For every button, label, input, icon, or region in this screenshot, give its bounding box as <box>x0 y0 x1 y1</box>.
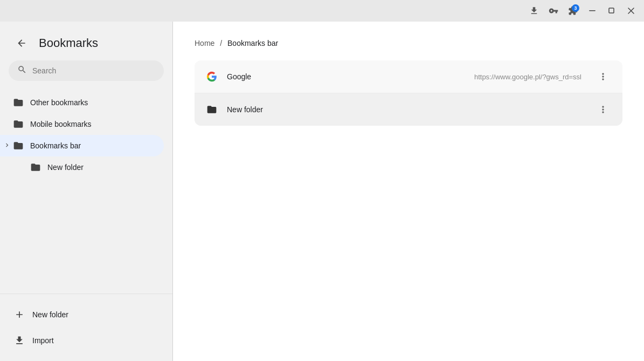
search-bar[interactable] <box>9 60 164 81</box>
key-icon[interactable] <box>545 2 562 19</box>
download-icon[interactable] <box>525 2 543 19</box>
extensions-icon[interactable]: 3 <box>564 2 581 19</box>
sidebar-item-new-folder-child-label: New folder <box>47 163 84 172</box>
breadcrumb-separator: / <box>220 39 222 47</box>
add-icon <box>13 308 26 321</box>
svg-rect-0 <box>589 10 595 11</box>
new-folder-more-button[interactable] <box>594 101 612 118</box>
sidebar-title: Bookmarks <box>39 36 98 50</box>
bookmark-item-google[interactable]: Google https://www.google.pl/?gws_rd=ssl <box>195 60 622 93</box>
sidebar-header: Bookmarks <box>0 22 172 60</box>
minimize-button[interactable] <box>584 2 601 19</box>
sidebar-item-mobile-bookmarks-label: Mobile bookmarks <box>30 120 92 128</box>
sidebar-item-mobile-bookmarks[interactable]: Mobile bookmarks <box>0 113 164 135</box>
main-layout: Bookmarks Other bookmarks Mobile bookmar… <box>0 22 644 361</box>
sidebar-item-other-bookmarks-label: Other bookmarks <box>30 98 88 107</box>
google-favicon <box>205 70 218 83</box>
breadcrumb-current: Bookmarks bar <box>227 39 278 47</box>
new-folder-favicon <box>205 103 218 116</box>
google-url: https://www.google.pl/?gws_rd=ssl <box>474 73 581 81</box>
google-more-button[interactable] <box>594 68 612 85</box>
bookmark-item-new-folder[interactable]: New folder <box>195 93 622 126</box>
restore-button[interactable] <box>603 2 620 19</box>
content-panel: Home / Bookmarks bar Google https://www.… <box>173 22 644 361</box>
import-button[interactable]: Import <box>9 329 164 352</box>
google-label: Google <box>227 72 466 81</box>
extensions-badge: 3 <box>572 4 579 12</box>
sidebar-items: Other bookmarks Mobile bookmarks Bookmar… <box>0 90 172 294</box>
sidebar-item-new-folder-child[interactable]: New folder <box>0 156 164 178</box>
new-folder-button[interactable]: New folder <box>9 303 164 326</box>
breadcrumb: Home / Bookmarks bar <box>195 39 622 47</box>
titlebar: 3 <box>0 0 644 22</box>
back-button[interactable] <box>13 35 30 52</box>
close-button[interactable] <box>622 2 640 19</box>
breadcrumb-home[interactable]: Home <box>195 39 214 47</box>
new-folder-button-label: New folder <box>32 310 68 319</box>
import-icon <box>13 334 26 347</box>
sidebar-item-bookmarks-bar-label: Bookmarks bar <box>30 141 81 150</box>
search-icon <box>17 65 27 77</box>
sidebar-item-other-bookmarks[interactable]: Other bookmarks <box>0 92 164 113</box>
chevron-right-icon <box>3 141 11 151</box>
bookmark-list: Google https://www.google.pl/?gws_rd=ssl… <box>195 60 622 126</box>
new-folder-label: New folder <box>227 105 586 114</box>
sidebar-item-bookmarks-bar[interactable]: Bookmarks bar <box>0 135 164 156</box>
svg-rect-1 <box>609 8 614 13</box>
sidebar-footer: New folder Import <box>0 294 172 361</box>
import-button-label: Import <box>32 336 54 345</box>
search-input[interactable] <box>32 66 155 75</box>
sidebar: Bookmarks Other bookmarks Mobile bookmar… <box>0 22 172 361</box>
